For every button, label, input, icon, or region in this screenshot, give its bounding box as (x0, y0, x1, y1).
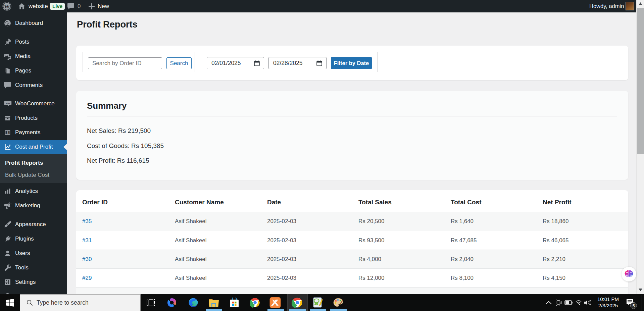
svg-text:W: W (4, 3, 10, 10)
svg-text:$: $ (6, 131, 8, 135)
svg-text:Woo: Woo (6, 102, 10, 104)
